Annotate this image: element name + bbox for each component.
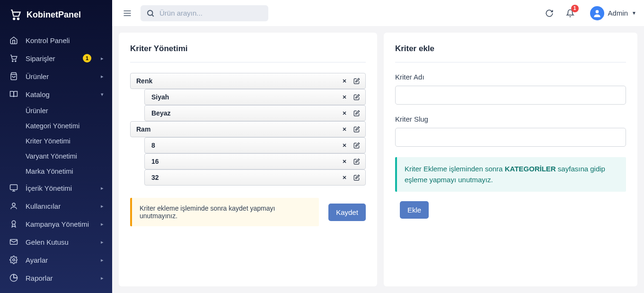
chevron-right-icon: ▸ — [101, 221, 104, 227]
edit-icon[interactable] — [353, 125, 361, 133]
criteria-slug-input[interactable] — [395, 128, 626, 147]
monitor-icon — [9, 184, 19, 192]
edit-icon[interactable] — [353, 158, 361, 165]
close-icon[interactable] — [341, 158, 348, 165]
criteria-value-row[interactable]: 8 — [144, 137, 366, 153]
sidebar-item-inbox[interactable]: Gelen Kutusu ▸ — [0, 233, 112, 251]
subitem-variant-mgmt[interactable]: Varyant Yönetimi — [26, 149, 112, 164]
warning-text: Kriter ekleme işleminde sonra kaydet yap… — [132, 198, 319, 226]
search-input[interactable] — [141, 5, 268, 21]
chevron-right-icon: ▸ — [101, 275, 104, 281]
svg-point-1 — [18, 18, 19, 19]
user-icon — [9, 202, 19, 210]
svg-point-2 — [12, 61, 13, 62]
close-icon[interactable] — [341, 77, 348, 85]
criteria-name-input[interactable] — [395, 86, 626, 105]
add-button[interactable]: Ekle — [400, 201, 429, 219]
nav-label: Gelen Kutusu — [26, 238, 101, 246]
edit-icon[interactable] — [353, 93, 361, 101]
svg-point-9 — [148, 10, 153, 16]
topbar: 1 Admin ▼ — [112, 0, 644, 26]
add-criteria-card: Kriter ekle Kriter Adı Kriter Slug Krite… — [384, 33, 637, 286]
svg-point-5 — [12, 203, 15, 206]
card-title: Kriter Yönetimi — [130, 44, 366, 62]
info-text-pre: Kriter Ekleme işleminden sonra — [405, 165, 505, 173]
card-title: Kriter ekle — [395, 44, 626, 62]
sidebar-item-settings[interactable]: Ayarlar ▸ — [0, 251, 112, 269]
avatar-icon — [590, 6, 604, 20]
chart-icon — [9, 274, 19, 282]
subitem-products[interactable]: Ürünler — [26, 103, 112, 118]
sidebar-item-campaign[interactable]: Kampanya Yönetimi ▸ — [0, 215, 112, 233]
sidebar-item-orders[interactable]: Siparişler 1 ▸ — [0, 49, 112, 67]
home-icon — [9, 36, 19, 44]
subitem-category-mgmt[interactable]: Kategori Yönetimi — [26, 118, 112, 133]
content: Kriter Yönetimi RenkSiyahBeyazRam81632 K… — [112, 26, 644, 293]
criteria-value-row[interactable]: Siyah — [144, 89, 366, 105]
save-button[interactable]: Kaydet — [328, 204, 366, 221]
subitem-brand-mgmt[interactable]: Marka Yönetimi — [26, 164, 112, 179]
nav-label: Ayarlar — [26, 256, 101, 264]
sidebar-item-dashboard[interactable]: Kontrol Paneli — [0, 31, 112, 49]
criteria-value-label: 32 — [151, 174, 341, 181]
subitem-criteria-mgmt[interactable]: Kriter Yönetimi — [26, 133, 112, 149]
criteria-list: RenkSiyahBeyazRam81632 — [130, 73, 366, 186]
nav-label: Raporlar — [26, 274, 101, 282]
chevron-right-icon: ▸ — [101, 55, 104, 62]
orders-badge: 1 — [83, 54, 91, 62]
sidebar-item-reports[interactable]: Raporlar ▸ — [0, 269, 112, 287]
chevron-right-icon: ▸ — [101, 203, 104, 209]
award-icon — [9, 220, 19, 228]
hamburger-icon[interactable] — [122, 8, 133, 19]
warning-alert: Kriter ekleme işleminde sonra kaydet yap… — [130, 198, 319, 226]
cart-logo-icon — [9, 9, 23, 21]
edit-icon[interactable] — [353, 77, 361, 85]
criteria-value-row[interactable]: 32 — [144, 169, 366, 186]
nav-label: Kampanya Yönetimi — [26, 220, 101, 228]
save-row: Kriter ekleme işleminde sonra kaydet yap… — [130, 198, 366, 226]
close-icon[interactable] — [341, 109, 348, 117]
chevron-right-icon: ▸ — [101, 73, 104, 80]
criteria-slug-label: Kriter Slug — [395, 115, 626, 123]
mail-icon — [9, 238, 19, 246]
close-icon[interactable] — [341, 174, 348, 181]
criteria-value-row[interactable]: 16 — [144, 153, 366, 169]
bell-icon[interactable]: 1 — [564, 7, 577, 20]
criteria-value-label: Siyah — [151, 93, 341, 101]
sidebar-item-catalog[interactable]: Katalog ▾ — [0, 85, 112, 103]
sidebar-item-users[interactable]: Kullanıcılar ▸ — [0, 197, 112, 215]
criteria-name-label: Kriter Adı — [395, 73, 626, 81]
criteria-group-row[interactable]: Ram — [130, 121, 366, 137]
nav-label: Siparişler — [26, 54, 83, 62]
svg-point-3 — [15, 61, 16, 62]
edit-icon[interactable] — [353, 174, 361, 181]
brand: KobinetPanel — [0, 0, 112, 31]
close-icon[interactable] — [341, 93, 348, 101]
notification-count: 1 — [571, 5, 579, 12]
caret-down-icon: ▼ — [632, 10, 636, 16]
nav: Kontrol Paneli Siparişler 1 ▸ Ürünler ▸ … — [0, 31, 112, 293]
criteria-value-row[interactable]: Beyaz — [144, 105, 366, 121]
book-icon — [9, 90, 19, 98]
svg-point-8 — [13, 259, 15, 261]
nav-label: Ürünler — [26, 72, 101, 80]
chevron-right-icon: ▸ — [101, 185, 104, 191]
refresh-icon[interactable] — [543, 7, 556, 20]
criteria-group-row[interactable]: Renk — [130, 73, 366, 89]
chevron-down-icon: ▾ — [101, 91, 104, 98]
svg-point-10 — [595, 10, 599, 13]
nav-label: Katalog — [26, 90, 101, 98]
sidebar-item-content[interactable]: İçerik Yönetimi ▸ — [0, 179, 112, 197]
sidebar-item-products[interactable]: Ürünler ▸ — [0, 67, 112, 85]
sidebar: KobinetPanel Kontrol Paneli Siparişler 1… — [0, 0, 112, 293]
user-menu-button[interactable]: Admin ▼ — [590, 6, 636, 20]
criteria-group-label: Renk — [136, 77, 341, 85]
nav-label: Kontrol Paneli — [26, 36, 104, 44]
search-box — [141, 5, 268, 21]
svg-point-0 — [13, 18, 15, 19]
close-icon[interactable] — [341, 142, 348, 149]
close-icon[interactable] — [341, 125, 348, 133]
user-name: Admin — [608, 9, 628, 17]
edit-icon[interactable] — [353, 109, 361, 117]
edit-icon[interactable] — [353, 142, 361, 149]
